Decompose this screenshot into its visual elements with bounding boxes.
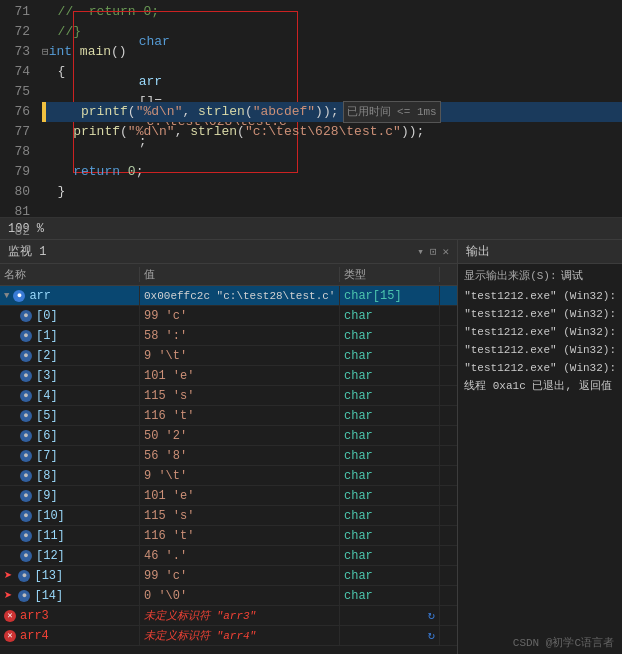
watch-row-5[interactable]: ● [5] 116 't' char [0,406,457,426]
pin-icon[interactable]: ▾ [417,245,424,258]
watch-cell-0-name: ● [0] [0,306,140,325]
watch-row-3[interactable]: ● [3] 101 'e' char [0,366,457,386]
watch-row-0[interactable]: ● [0] 99 'c' char [0,306,457,326]
watch-row-9[interactable]: ● [9] 101 'e' char [0,486,457,506]
watch-row-8[interactable]: ● [8] 9 '\t' char [0,466,457,486]
watch-row-14[interactable]: ➤ ● [14] 0 '\0' char [0,586,457,606]
output-line-1: "test1212.exe" (Win32): [464,287,616,305]
error-icon-arr3: ✕ [4,610,16,622]
watch-row-6[interactable]: ● [6] 50 '2' char [0,426,457,446]
watch-row-1[interactable]: ● [1] 58 ':' char [0,326,457,346]
code-line-79: return 0 ; [42,162,622,182]
dock-icon[interactable]: ⊡ [430,245,437,258]
watch-row-arr3[interactable]: ✕ arr3 未定义标识符 "arr3" ↻ [0,606,457,626]
code-line-81 [42,202,622,217]
output-line-5: "test1212.exe" (Win32): [464,359,616,377]
output-panel: 输出 显示输出来源(S): 调试 "test1212.exe" (Win32):… [458,240,622,654]
refresh-icon-arr4[interactable]: ↻ [428,628,435,643]
arr-icon: ● [13,290,25,302]
bottom-panels: 监视 1 ▾ ⊡ ✕ 名称 值 类型 ▼ ● arr 0x00ef [0,240,622,654]
output-content: 显示输出来源(S): 调试 "test1212.exe" (Win32): "t… [458,264,622,634]
line-numbers: 71 72 73 74 75 76 77 78 79 80 81 82 [0,0,38,217]
code-content: // return 0; //} ⊟int main() { char arr … [38,0,622,217]
arrow-13-icon: ➤ [4,567,12,584]
watch-row-11[interactable]: ● [11] 116 't' char [0,526,457,546]
code-line-80: } [42,182,622,202]
output-line-6: 线程 0xa1c 已退出, 返回值 [464,377,616,395]
watch-row-13[interactable]: ➤ ● [13] 99 'c' char [0,566,457,586]
bottom-status: CSDN @初学C语言者 [458,634,622,654]
output-panel-title: 输出 [466,243,490,260]
watch-table[interactable]: ▼ ● arr 0x00effc2c "c:\test28\test.c' 🔍 … [0,286,457,654]
watch-row-12[interactable]: ● [12] 46 '.' char [0,546,457,566]
code-line-77: printf ( "%d\n" , strlen ( "c:\test\628\… [42,122,622,142]
output-source-label: 显示输出来源(S): [464,268,556,283]
arrow-14-icon: ➤ [4,587,12,604]
output-panel-header: 输出 [458,240,622,264]
close-icon[interactable]: ✕ [443,245,450,258]
output-line-4: "test1212.exe" (Win32): [464,341,616,359]
elem-icon-0: ● [20,310,32,322]
watch-panel-header: 监视 1 ▾ ⊡ ✕ [0,240,457,264]
col-type: 类型 [340,267,440,282]
output-source-value: 调试 [561,268,583,283]
watch-column-headers: 名称 值 类型 [0,264,457,286]
error-icon-arr4: ✕ [4,630,16,642]
watch-cell-0-type: char [340,306,440,325]
col-value: 值 [140,267,340,282]
code-line-76: printf ( "%d\n" , strlen ( "abcdef" )); … [42,102,622,122]
watch-cell-arr-type: char[15] [340,286,440,305]
watch-cell-arr-name: ▼ ● arr [0,286,140,305]
code-line-75: char arr []= "c:\test\628\test.c" ; [42,82,622,102]
output-line-2: "test1212.exe" (Win32): [464,305,616,323]
watch-row-7[interactable]: ● [7] 56 '8' char [0,446,457,466]
watch-panel-title: 监视 1 [8,243,46,260]
watch-row-4[interactable]: ● [4] 115 's' char [0,386,457,406]
output-line-3: "test1212.exe" (Win32): [464,323,616,341]
watch-panel: 监视 1 ▾ ⊡ ✕ 名称 值 类型 ▼ ● arr 0x00ef [0,240,458,654]
csdn-watermark: CSDN @初学C语言者 [513,635,614,650]
watch-cell-0-value: 99 'c' [140,306,340,325]
watch-row-arr4[interactable]: ✕ arr4 未定义标识符 "arr4" ↻ [0,626,457,646]
col-name: 名称 [0,267,140,282]
watch-row-10[interactable]: ● [10] 115 's' char [0,506,457,526]
watch-cell-arr-value: 0x00effc2c "c:\test28\test.c' 🔍 [140,286,340,305]
already-used-label: 已用时间 <= 1ms [343,101,441,123]
code-line-78 [42,142,622,162]
watch-row-2[interactable]: ● [2] 9 '\t' char [0,346,457,366]
zoom-bar: 109 % [0,218,622,240]
editor-area: 71 72 73 74 75 76 77 78 79 80 81 82 // r… [0,0,622,218]
watch-row-arr[interactable]: ▼ ● arr 0x00effc2c "c:\test28\test.c' 🔍 … [0,286,457,306]
refresh-icon-arr3[interactable]: ↻ [428,608,435,623]
